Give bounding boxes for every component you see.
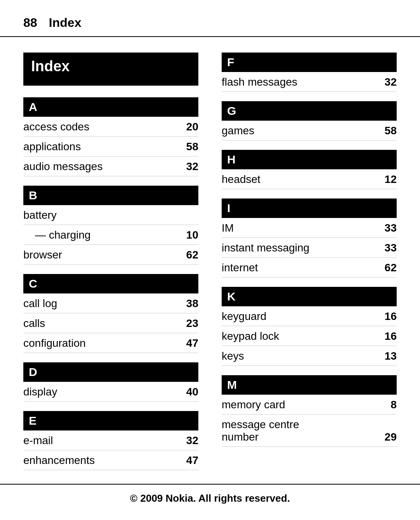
- page-header-title: Index: [49, 16, 82, 30]
- list-item: internet 62: [222, 258, 397, 278]
- index-title-block: Index: [23, 53, 198, 86]
- list-item: display 40: [23, 382, 198, 402]
- section-header-i: I: [222, 199, 397, 218]
- section-header-b: B: [23, 186, 198, 205]
- section-d: D display 40: [23, 362, 198, 402]
- list-item: instant messaging 33: [222, 238, 397, 258]
- list-item: — charging 10: [23, 225, 198, 245]
- section-m: M memory card 8 message centrenumber 29: [222, 375, 397, 447]
- list-item: call log 38: [23, 293, 198, 313]
- list-item: enhancements 47: [23, 450, 198, 470]
- section-c: C call log 38 calls 23 configuration 47: [23, 274, 198, 353]
- list-item: audio messages 32: [23, 156, 198, 176]
- section-header-g: G: [222, 101, 397, 121]
- section-header-f: F: [222, 53, 397, 72]
- list-item: access codes 20: [23, 117, 198, 137]
- section-f: F flash messages 32: [222, 53, 397, 92]
- list-item: battery: [23, 205, 198, 225]
- section-g: G games 58: [222, 101, 397, 141]
- footer-text: © 2009 Nokia. All rights reserved.: [130, 492, 290, 504]
- page-number: 88: [23, 16, 37, 30]
- section-h: H headset 12: [222, 150, 397, 189]
- list-item: e-mail 32: [23, 430, 198, 450]
- list-item: keypad lock 16: [222, 326, 397, 346]
- list-item: flash messages 32: [222, 72, 397, 92]
- list-item: memory card 8: [222, 395, 397, 415]
- section-a: A access codes 20 applications 58 audio …: [23, 97, 198, 176]
- list-item: keys 13: [222, 346, 397, 366]
- list-item: calls 23: [23, 313, 198, 333]
- right-column: F flash messages 32 G games 58 H headset…: [222, 53, 397, 480]
- list-item: IM 33: [222, 218, 397, 238]
- page-footer: © 2009 Nokia. All rights reserved.: [0, 484, 420, 504]
- section-k: K keyguard 16 keypad lock 16 keys 13: [222, 287, 397, 366]
- section-header-k: K: [222, 287, 397, 306]
- list-item: applications 58: [23, 137, 198, 156]
- section-b: B battery — charging 10 browser 62: [23, 186, 198, 265]
- list-item: games 58: [222, 121, 397, 141]
- section-header-m: M: [222, 375, 397, 395]
- list-item: browser 62: [23, 245, 198, 265]
- page-header: 88 Index: [0, 0, 420, 37]
- list-item: message centrenumber 29: [222, 415, 397, 447]
- left-column: Index A access codes 20 applications 58 …: [23, 53, 198, 480]
- section-e: E e-mail 32 enhancements 47: [23, 411, 198, 470]
- list-item: configuration 47: [23, 333, 198, 353]
- section-header-e: E: [23, 411, 198, 430]
- section-header-c: C: [23, 274, 198, 293]
- section-header-a: A: [23, 97, 198, 117]
- section-header-d: D: [23, 362, 198, 382]
- list-item: headset 12: [222, 169, 397, 189]
- list-item: keyguard 16: [222, 306, 397, 326]
- section-header-h: H: [222, 150, 397, 169]
- section-i: I IM 33 instant messaging 33 internet 62: [222, 199, 397, 278]
- content-area: Index A access codes 20 applications 58 …: [0, 37, 420, 495]
